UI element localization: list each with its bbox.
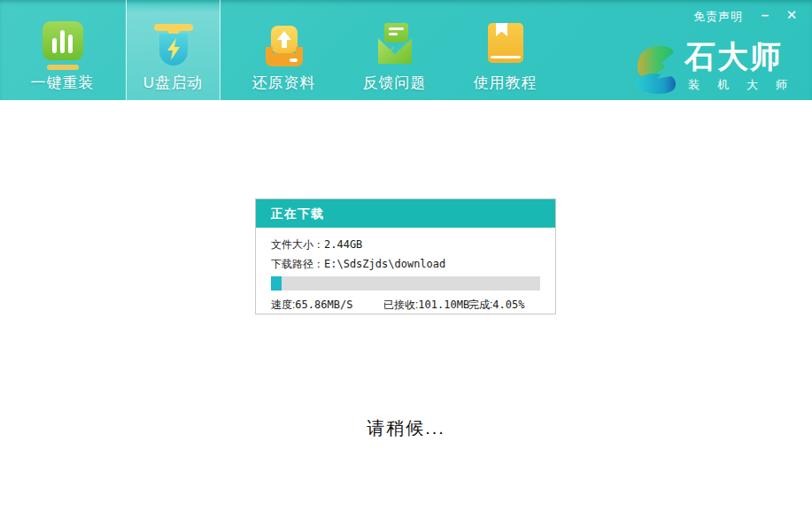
download-dialog-body: 文件大小：2.44GB 下载路径：E:\SdsZjds\download 速度:… (256, 228, 555, 317)
received-stat: 已接收:101.10MB (383, 298, 469, 313)
tab-label: 还原资料 (252, 73, 316, 93)
tab-label: 使用教程 (474, 73, 537, 93)
download-path-label: 下载路径： (271, 258, 324, 270)
brand-logo: 石大师 装机大师 (631, 39, 805, 97)
tab-label: 一键重装 (31, 73, 95, 93)
feedback-mail-icon (373, 19, 417, 69)
download-dialog-title: 正在下载 (256, 199, 555, 228)
download-path-value: E:\SdsZjds\download (324, 258, 445, 270)
tab-one-key-reinstall[interactable]: 一键重装 (15, 0, 110, 100)
tutorial-book-icon (483, 19, 528, 69)
file-size-row: 文件大小：2.44GB (271, 238, 540, 251)
download-stats-row: 速度:65.86MB/S 已接收:101.10MB 完成:4.05% (271, 298, 540, 310)
tab-restore-data[interactable]: 还原资料 (236, 0, 331, 100)
download-path-row: 下载路径：E:\SdsZjds\download (271, 258, 540, 270)
brand-name: 石大师 (684, 39, 805, 74)
title-bar: 一键重装 U盘启动 (0, 0, 812, 100)
tab-label: U盘启动 (143, 73, 203, 93)
please-wait-text: 请稍候... (0, 416, 812, 440)
download-progress-bar (271, 276, 540, 291)
disclaimer-link[interactable]: 免责声明 (693, 9, 743, 25)
restore-data-icon (262, 19, 306, 69)
download-progress-fill (271, 276, 282, 291)
speed-stat: 速度:65.86MB/S (271, 298, 352, 313)
brand-logo-icon (631, 39, 677, 97)
download-dialog: 正在下载 文件大小：2.44GB 下载路径：E:\SdsZjds\downloa… (255, 198, 556, 314)
tab-feedback[interactable]: 反馈问题 (347, 0, 442, 100)
close-button[interactable]: ✕ (782, 5, 801, 25)
main-nav: 一键重装 U盘启动 (15, 0, 553, 100)
tab-label: 反馈问题 (363, 73, 427, 93)
completed-stat: 完成:4.05% (468, 298, 524, 313)
file-size-value: 2.44GB (324, 238, 362, 251)
usb-boot-icon (151, 19, 196, 69)
reinstall-chart-icon (41, 19, 85, 69)
brand-subtitle: 装机大师 (684, 77, 805, 93)
tab-usb-boot[interactable]: U盘启动 (126, 0, 220, 100)
tab-tutorial[interactable]: 使用教程 (458, 0, 553, 100)
minimize-button[interactable]: – (755, 5, 775, 25)
file-size-label: 文件大小： (271, 238, 324, 251)
